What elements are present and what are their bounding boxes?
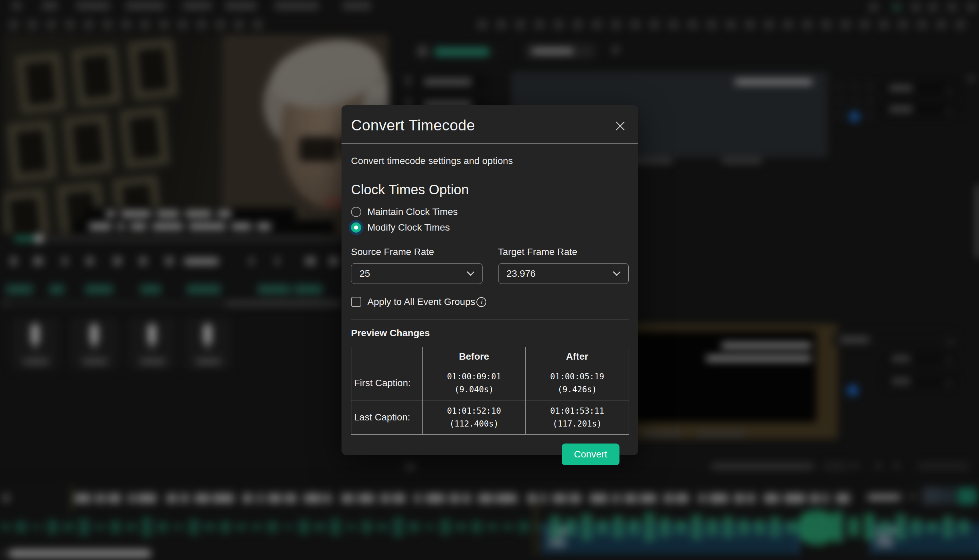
section-divider — [351, 320, 629, 320]
target-frame-rate-field: Target Frame Rate 23.976 — [498, 246, 629, 284]
radio-icon[interactable] — [351, 222, 361, 233]
radio-label: Modify Clock Times — [368, 222, 450, 233]
app-window: Convert Timecode Convert timecode settin… — [0, 0, 979, 560]
target-frame-rate-value: 23.976 — [507, 268, 536, 279]
after-column-header: After — [526, 347, 629, 366]
source-frame-rate-label: Source Frame Rate — [351, 246, 483, 258]
apply-all-checkbox[interactable] — [351, 297, 361, 307]
chevron-down-icon — [466, 268, 474, 276]
close-icon — [615, 128, 626, 133]
first-caption-before: 01:00:09:01 (9.040s) — [423, 366, 526, 400]
frame-rate-row: Source Frame Rate 25 Target Frame Rate 2… — [351, 246, 629, 284]
radio-icon[interactable] — [351, 207, 361, 217]
last-caption-label: Last Caption: — [351, 400, 423, 435]
source-frame-rate-select[interactable]: 25 — [351, 263, 483, 284]
dialog-footer: Convert — [351, 435, 629, 465]
radio-modify-clock-times[interactable]: Modify Clock Times — [351, 221, 629, 234]
table-row: First Caption: 01:00:09:01 (9.040s) 01:0… — [351, 366, 629, 400]
apply-all-row: Apply to All Event Groups i — [351, 295, 629, 308]
apply-all-label: Apply to All Event Groups — [368, 297, 475, 307]
close-button[interactable] — [611, 118, 629, 135]
target-frame-rate-select[interactable]: 23.976 — [498, 263, 629, 284]
table-header-row: Before After — [351, 347, 629, 366]
convert-button[interactable]: Convert — [562, 443, 620, 465]
corner-cell — [351, 347, 423, 366]
chevron-down-icon — [613, 268, 621, 276]
convert-timecode-dialog: Convert Timecode Convert timecode settin… — [341, 105, 638, 455]
first-caption-label: First Caption: — [351, 366, 423, 400]
clock-times-options: Maintain Clock Times Modify Clock Times — [351, 205, 629, 234]
source-frame-rate-field: Source Frame Rate 25 — [351, 246, 483, 284]
before-column-header: Before — [423, 347, 526, 366]
first-caption-after: 01:00:05:19 (9.426s) — [526, 366, 629, 400]
target-frame-rate-label: Target Frame Rate — [498, 246, 629, 258]
preview-changes-table: Before After First Caption: 01:00:09:01 … — [351, 347, 629, 435]
dialog-subtitle: Convert timecode settings and options — [351, 155, 629, 167]
radio-label: Maintain Clock Times — [368, 207, 458, 217]
preview-changes-heading: Preview Changes — [351, 327, 629, 339]
table-row: Last Caption: 01:01:52:10 (112.400s) 01:… — [351, 400, 629, 435]
radio-maintain-clock-times[interactable]: Maintain Clock Times — [351, 205, 629, 219]
info-icon[interactable]: i — [476, 297, 486, 307]
clock-times-heading: Clock Times Option — [351, 181, 629, 198]
dialog-title: Convert Timecode — [351, 115, 475, 135]
dialog-header: Convert Timecode — [341, 105, 638, 143]
last-caption-before: 01:01:52:10 (112.400s) — [423, 400, 526, 435]
source-frame-rate-value: 25 — [359, 268, 370, 279]
dialog-body: Convert timecode settings and options Cl… — [341, 155, 638, 465]
last-caption-after: 01:01:53:11 (117.201s) — [526, 400, 629, 435]
